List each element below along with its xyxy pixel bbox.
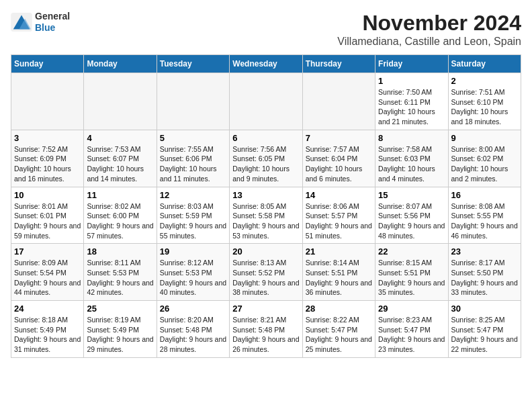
weekday-header-monday: Monday <box>84 55 157 73</box>
week-row-1: 1Sunrise: 7:50 AMSunset: 6:11 PMDaylight… <box>11 73 521 130</box>
calendar-cell: 10Sunrise: 8:01 AMSunset: 6:01 PMDayligh… <box>11 187 84 244</box>
day-number: 10 <box>14 190 81 200</box>
calendar-cell: 5Sunrise: 7:55 AMSunset: 6:06 PMDaylight… <box>157 130 229 187</box>
day-number: 14 <box>306 190 372 200</box>
day-info: Sunrise: 8:07 AMSunset: 5:56 PMDaylight:… <box>378 201 445 241</box>
day-info: Sunrise: 8:03 AMSunset: 5:59 PMDaylight:… <box>160 201 226 241</box>
day-number: 5 <box>160 133 226 143</box>
day-number: 19 <box>160 246 226 257</box>
weekday-header-sunday: Sunday <box>11 55 84 73</box>
day-info: Sunrise: 8:06 AMSunset: 5:57 PMDaylight:… <box>306 201 372 241</box>
logo: General Blue <box>11 11 70 34</box>
day-info: Sunrise: 8:17 AMSunset: 5:50 PMDaylight:… <box>451 258 518 298</box>
calendar-cell: 6Sunrise: 7:56 AMSunset: 6:05 PMDaylight… <box>230 130 302 187</box>
day-number: 28 <box>306 304 372 314</box>
day-info: Sunrise: 7:53 AMSunset: 6:07 PMDaylight:… <box>87 144 153 184</box>
day-number: 18 <box>87 246 153 257</box>
day-number: 30 <box>451 304 518 314</box>
day-info: Sunrise: 8:00 AMSunset: 6:02 PMDaylight:… <box>451 144 518 184</box>
logo-icon <box>11 13 32 32</box>
weekday-header-tuesday: Tuesday <box>157 55 229 73</box>
calendar-cell: 26Sunrise: 8:20 AMSunset: 5:48 PMDayligh… <box>157 301 229 358</box>
day-number: 26 <box>160 304 226 314</box>
day-number: 29 <box>378 304 445 314</box>
calendar-cell <box>230 73 302 130</box>
day-info: Sunrise: 7:57 AMSunset: 6:04 PMDaylight:… <box>306 144 372 184</box>
calendar-cell: 8Sunrise: 7:58 AMSunset: 6:03 PMDaylight… <box>375 130 448 187</box>
day-info: Sunrise: 8:25 AMSunset: 5:47 PMDaylight:… <box>451 315 518 355</box>
logo-general: General <box>35 11 70 21</box>
calendar-cell: 15Sunrise: 8:07 AMSunset: 5:56 PMDayligh… <box>375 187 448 244</box>
day-info: Sunrise: 8:23 AMSunset: 5:47 PMDaylight:… <box>378 315 445 355</box>
calendar-cell: 24Sunrise: 8:18 AMSunset: 5:49 PMDayligh… <box>11 301 84 358</box>
week-row-5: 24Sunrise: 8:18 AMSunset: 5:49 PMDayligh… <box>11 301 521 358</box>
day-info: Sunrise: 8:22 AMSunset: 5:47 PMDaylight:… <box>306 315 372 355</box>
location-title: Villamediana, Castille and Leon, Spain <box>337 36 521 48</box>
day-number: 25 <box>87 304 153 314</box>
calendar-cell: 12Sunrise: 8:03 AMSunset: 5:59 PMDayligh… <box>157 187 229 244</box>
day-number: 23 <box>451 246 518 257</box>
calendar-cell: 1Sunrise: 7:50 AMSunset: 6:11 PMDaylight… <box>375 73 448 130</box>
day-info: Sunrise: 8:15 AMSunset: 5:51 PMDaylight:… <box>378 258 445 298</box>
day-number: 11 <box>87 190 153 200</box>
day-info: Sunrise: 8:21 AMSunset: 5:48 PMDaylight:… <box>232 315 299 355</box>
day-info: Sunrise: 8:20 AMSunset: 5:48 PMDaylight:… <box>160 315 226 355</box>
week-row-3: 10Sunrise: 8:01 AMSunset: 6:01 PMDayligh… <box>11 187 521 244</box>
day-number: 21 <box>306 246 372 257</box>
calendar-cell: 22Sunrise: 8:15 AMSunset: 5:51 PMDayligh… <box>375 244 448 301</box>
calendar-cell <box>84 73 157 130</box>
day-info: Sunrise: 8:05 AMSunset: 5:58 PMDaylight:… <box>232 201 299 241</box>
calendar-cell: 9Sunrise: 8:00 AMSunset: 6:02 PMDaylight… <box>448 130 521 187</box>
weekday-header-friday: Friday <box>375 55 448 73</box>
calendar-table: SundayMondayTuesdayWednesdayThursdayFrid… <box>11 54 521 358</box>
day-info: Sunrise: 7:52 AMSunset: 6:09 PMDaylight:… <box>14 144 81 184</box>
calendar-cell <box>157 73 229 130</box>
day-info: Sunrise: 8:18 AMSunset: 5:49 PMDaylight:… <box>14 315 81 355</box>
calendar-cell: 16Sunrise: 8:08 AMSunset: 5:55 PMDayligh… <box>448 187 521 244</box>
weekday-header-wednesday: Wednesday <box>230 55 302 73</box>
day-number: 8 <box>378 133 445 143</box>
calendar-cell: 14Sunrise: 8:06 AMSunset: 5:57 PMDayligh… <box>302 187 375 244</box>
day-number: 3 <box>14 133 81 143</box>
day-info: Sunrise: 8:02 AMSunset: 6:00 PMDaylight:… <box>87 201 153 241</box>
calendar-cell: 27Sunrise: 8:21 AMSunset: 5:48 PMDayligh… <box>230 301 302 358</box>
calendar-cell: 11Sunrise: 8:02 AMSunset: 6:00 PMDayligh… <box>84 187 157 244</box>
day-number: 22 <box>378 246 445 257</box>
day-info: Sunrise: 7:55 AMSunset: 6:06 PMDaylight:… <box>160 144 226 184</box>
day-number: 20 <box>232 246 299 257</box>
day-number: 15 <box>378 190 445 200</box>
day-number: 6 <box>232 133 299 143</box>
day-number: 13 <box>232 190 299 200</box>
calendar-cell: 29Sunrise: 8:23 AMSunset: 5:47 PMDayligh… <box>375 301 448 358</box>
calendar-cell: 25Sunrise: 8:19 AMSunset: 5:49 PMDayligh… <box>84 301 157 358</box>
day-number: 16 <box>451 190 518 200</box>
day-number: 17 <box>14 246 81 257</box>
calendar-cell: 30Sunrise: 8:25 AMSunset: 5:47 PMDayligh… <box>448 301 521 358</box>
day-info: Sunrise: 8:09 AMSunset: 5:54 PMDaylight:… <box>14 258 81 298</box>
calendar-cell: 3Sunrise: 7:52 AMSunset: 6:09 PMDaylight… <box>11 130 84 187</box>
day-number: 9 <box>451 133 518 143</box>
calendar-cell: 21Sunrise: 8:14 AMSunset: 5:51 PMDayligh… <box>302 244 375 301</box>
calendar-cell: 20Sunrise: 8:13 AMSunset: 5:52 PMDayligh… <box>230 244 302 301</box>
month-title: November 2024 <box>337 11 521 36</box>
calendar-cell <box>11 73 84 130</box>
day-info: Sunrise: 8:14 AMSunset: 5:51 PMDaylight:… <box>306 258 372 298</box>
calendar-cell <box>302 73 375 130</box>
day-info: Sunrise: 7:56 AMSunset: 6:05 PMDaylight:… <box>232 144 299 184</box>
day-info: Sunrise: 7:51 AMSunset: 6:10 PMDaylight:… <box>451 87 518 127</box>
day-number: 2 <box>451 76 518 86</box>
day-number: 12 <box>160 190 226 200</box>
calendar-cell: 28Sunrise: 8:22 AMSunset: 5:47 PMDayligh… <box>302 301 375 358</box>
calendar-cell: 18Sunrise: 8:11 AMSunset: 5:53 PMDayligh… <box>84 244 157 301</box>
logo-text: General Blue <box>35 11 70 34</box>
header: General Blue November 2024 Villamediana,… <box>11 11 521 48</box>
calendar-cell: 7Sunrise: 7:57 AMSunset: 6:04 PMDaylight… <box>302 130 375 187</box>
weekday-header-saturday: Saturday <box>448 55 521 73</box>
day-info: Sunrise: 7:58 AMSunset: 6:03 PMDaylight:… <box>378 144 445 184</box>
day-number: 24 <box>14 304 81 314</box>
calendar-cell: 19Sunrise: 8:12 AMSunset: 5:53 PMDayligh… <box>157 244 229 301</box>
day-number: 27 <box>232 304 299 314</box>
calendar-cell: 17Sunrise: 8:09 AMSunset: 5:54 PMDayligh… <box>11 244 84 301</box>
calendar-cell: 13Sunrise: 8:05 AMSunset: 5:58 PMDayligh… <box>230 187 302 244</box>
day-info: Sunrise: 8:11 AMSunset: 5:53 PMDaylight:… <box>87 258 153 298</box>
